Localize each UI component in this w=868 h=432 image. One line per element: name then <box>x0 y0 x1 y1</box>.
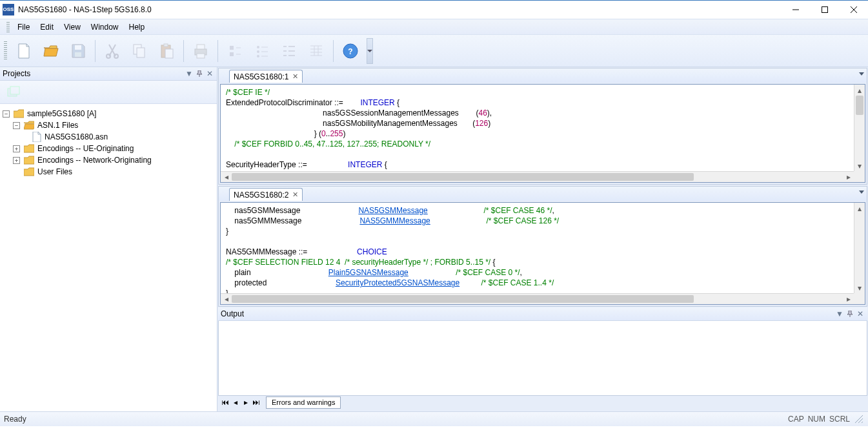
new-button[interactable] <box>11 38 37 64</box>
folder-icon <box>24 167 34 176</box>
menu-edit[interactable]: Edit <box>35 20 59 34</box>
projects-panel: Projects ▼ ✕ − sample5GS1680 [A] <box>0 67 217 411</box>
print-button[interactable] <box>188 38 214 64</box>
close-tab-icon[interactable]: ✕ <box>292 72 298 81</box>
open-button[interactable] <box>38 38 64 64</box>
pin-icon[interactable] <box>845 309 854 318</box>
close-tab-icon[interactable]: ✕ <box>292 190 298 199</box>
svg-point-17 <box>257 55 259 57</box>
collapse-icon[interactable]: − <box>13 122 20 129</box>
tool-c-button[interactable] <box>276 38 302 64</box>
dropdown-icon[interactable]: ▼ <box>835 309 844 318</box>
tree-enc-ue[interactable]: + Encodings -- UE-Originating <box>13 143 214 154</box>
app-icon: OSS <box>3 4 14 15</box>
tree-asn-folder[interactable]: − ASN.1 Files <box>13 119 214 131</box>
horizontal-scrollbar[interactable]: ◂▸ <box>221 293 854 304</box>
paste-button[interactable] <box>154 38 179 64</box>
projects-tree[interactable]: − sample5GS1680 [A] − ASN.1 Files <box>0 104 217 411</box>
copy-button[interactable] <box>126 38 152 64</box>
menu-view[interactable]: View <box>59 20 86 34</box>
scroll-right-icon[interactable]: ▸ <box>843 294 854 304</box>
status-ready: Ready <box>4 415 26 424</box>
pin-icon[interactable] <box>195 69 204 78</box>
output-title: Output <box>221 309 244 318</box>
scroll-grip <box>854 293 865 304</box>
help-button[interactable]: ? <box>338 38 363 64</box>
nav-last-icon[interactable]: ⏭ <box>252 398 261 407</box>
svg-point-3 <box>106 54 110 58</box>
folder-open-icon <box>24 121 34 130</box>
menu-bar: File Edit View Window Help <box>0 19 868 35</box>
close-icon[interactable]: ✕ <box>205 69 214 78</box>
window-title: NAS5GS1680 - NAS-1Step 5GS16.8.0 <box>18 5 781 14</box>
tree-enc-nw[interactable]: + Encodings -- Network-Originating <box>13 154 214 166</box>
expand-icon[interactable]: + <box>13 157 20 164</box>
main-area: NAS5GS1680:1 ✕ /* $CEF IE */ ExtendedPro… <box>217 67 868 411</box>
editor2-tab[interactable]: NAS5GS1680:2 ✕ <box>229 188 303 201</box>
editor1-tabrow: NAS5GS1680:1 ✕ <box>219 68 867 83</box>
svg-point-4 <box>114 54 118 58</box>
editor1-tab[interactable]: NAS5GS1680:1 ✕ <box>229 70 303 83</box>
vertical-scrollbar[interactable]: ▴▾ <box>854 85 865 171</box>
projects-tool-icon[interactable] <box>4 83 23 101</box>
tool-b-button[interactable] <box>249 38 275 64</box>
tool-a-button[interactable] <box>222 38 248 64</box>
menubar-grip[interactable] <box>6 22 10 32</box>
toolbar-grip[interactable] <box>4 41 7 61</box>
toolbar-separator <box>217 40 218 62</box>
tool-d-button[interactable] <box>303 38 329 64</box>
editor1-code[interactable]: /* $CEF IE */ ExtendedProtocolDiscrimina… <box>220 84 865 183</box>
toolbar-separator <box>95 40 96 62</box>
toolbar-overflow[interactable] <box>367 38 373 64</box>
output-tabs: ⏮ ◂ ▸ ⏭ Errors and warnings <box>218 396 867 409</box>
title-bar: OSS NAS5GS1680 - NAS-1Step 5GS16.8.0 <box>0 0 868 19</box>
folder-icon <box>24 144 34 153</box>
toolbar-separator <box>333 40 334 62</box>
folder-icon <box>24 156 34 165</box>
output-content[interactable] <box>218 321 867 396</box>
tree-root[interactable]: − sample5GS1680 [A] <box>3 108 214 119</box>
nav-first-icon[interactable]: ⏮ <box>221 398 230 407</box>
vertical-scrollbar[interactable]: ▴▾ <box>854 203 865 293</box>
tab-dropdown-icon[interactable] <box>859 72 864 76</box>
horizontal-scrollbar[interactable]: ◂▸ <box>221 171 854 182</box>
close-button[interactable] <box>839 1 868 19</box>
output-tab-errors[interactable]: Errors and warnings <box>266 396 341 409</box>
status-scrl: SCRL <box>829 415 850 424</box>
close-icon[interactable]: ✕ <box>856 309 865 318</box>
scroll-down-icon[interactable]: ▾ <box>854 282 865 293</box>
scroll-grip <box>854 171 865 182</box>
svg-point-16 <box>257 50 259 53</box>
save-button[interactable] <box>65 38 91 64</box>
scroll-left-icon[interactable]: ◂ <box>221 294 232 304</box>
scroll-right-icon[interactable]: ▸ <box>843 172 854 182</box>
scroll-thumb[interactable] <box>856 96 863 115</box>
scroll-up-icon[interactable]: ▴ <box>854 203 865 214</box>
collapse-icon[interactable]: − <box>3 110 10 118</box>
scroll-up-icon[interactable]: ▴ <box>854 85 865 96</box>
expand-icon[interactable]: + <box>13 145 20 152</box>
dropdown-icon[interactable]: ▼ <box>185 69 194 78</box>
tab-dropdown-icon[interactable] <box>859 190 864 194</box>
tree-asn-file[interactable]: NAS5GS1680.asn <box>32 131 214 143</box>
editor2-code[interactable]: nas5GSMMessage NAS5GSMMessage /* $CEF CA… <box>220 202 865 305</box>
tree-user-files[interactable]: User Files <box>13 166 214 178</box>
menu-file[interactable]: File <box>12 20 35 34</box>
cut-button[interactable] <box>99 38 125 64</box>
scroll-thumb[interactable] <box>232 295 694 303</box>
toolbar-separator <box>183 40 184 62</box>
scroll-down-icon[interactable]: ▾ <box>854 160 865 171</box>
scroll-left-icon[interactable]: ◂ <box>221 172 232 182</box>
menu-help[interactable]: Help <box>124 20 150 34</box>
svg-rect-12 <box>197 54 205 58</box>
nav-prev-icon[interactable]: ◂ <box>231 398 240 407</box>
status-num: NUM <box>808 415 825 424</box>
svg-rect-9 <box>165 49 173 58</box>
resize-grip-icon[interactable] <box>854 414 864 424</box>
scroll-thumb[interactable] <box>232 173 694 181</box>
menu-window[interactable]: Window <box>86 20 124 34</box>
maximize-button[interactable] <box>810 1 839 19</box>
svg-rect-11 <box>197 45 205 49</box>
minimize-button[interactable] <box>781 1 810 19</box>
nav-next-icon[interactable]: ▸ <box>241 398 250 407</box>
